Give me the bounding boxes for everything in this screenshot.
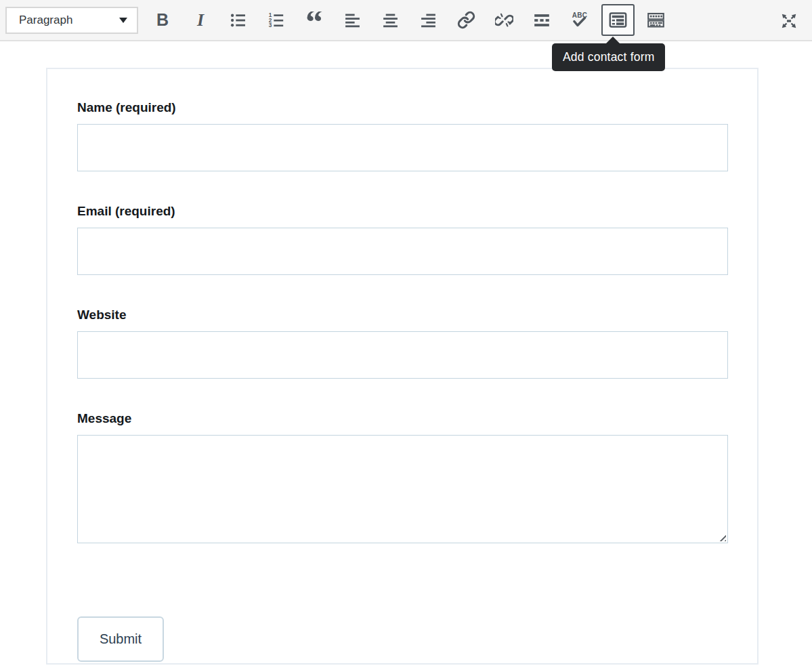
align-left-button[interactable] <box>333 5 371 35</box>
bold-icon: B <box>156 12 169 28</box>
paragraph-style-value: Paragraph <box>19 14 72 27</box>
tooltip-text: Add contact form <box>563 50 654 64</box>
contact-form-icon <box>609 11 627 29</box>
read-more-icon <box>533 12 551 29</box>
email-field-label: Email (required) <box>77 204 728 219</box>
align-right-button[interactable] <box>409 5 447 35</box>
editor-content-area: Name (required) Email (required) Website… <box>0 43 812 672</box>
link-icon <box>457 11 475 29</box>
toolbar-toggle-button[interactable] <box>637 5 675 35</box>
spellcheck-button[interactable]: ABC <box>561 5 599 35</box>
message-textarea[interactable] <box>77 435 728 543</box>
blockquote-icon: “ <box>305 12 323 29</box>
dropdown-caret-icon <box>119 18 127 23</box>
website-field-label: Website <box>77 308 728 322</box>
form-field-message: Message <box>77 411 728 543</box>
fullscreen-icon <box>779 12 798 30</box>
email-input[interactable] <box>77 228 728 275</box>
website-input[interactable] <box>77 331 728 379</box>
paragraph-style-dropdown[interactable]: Paragraph <box>5 7 138 34</box>
name-input[interactable] <box>77 124 728 171</box>
bold-button[interactable]: B <box>144 5 181 35</box>
align-left-icon <box>344 12 361 28</box>
fullscreen-button[interactable] <box>773 5 804 36</box>
numbered-list-button[interactable]: 1 2 3 <box>257 5 295 35</box>
spellcheck-icon: ABC <box>570 10 590 30</box>
italic-button[interactable]: I <box>181 5 219 35</box>
add-contact-form-tooltip: Add contact form <box>552 43 665 71</box>
add-contact-form-button[interactable] <box>601 4 635 36</box>
insert-read-more-button[interactable] <box>523 5 561 35</box>
remove-link-button[interactable] <box>485 5 523 35</box>
align-center-button[interactable] <box>371 5 409 35</box>
message-field-label: Message <box>77 411 728 426</box>
italic-icon: I <box>197 12 204 29</box>
bulleted-list-icon <box>230 12 247 29</box>
form-field-website: Website <box>77 308 728 379</box>
contact-form-preview: Name (required) Email (required) Website… <box>46 68 758 665</box>
form-field-email: Email (required) <box>77 204 728 275</box>
bulleted-list-button[interactable] <box>219 5 257 35</box>
name-field-label: Name (required) <box>77 100 728 115</box>
submit-button[interactable]: Submit <box>77 616 164 662</box>
svg-text:3: 3 <box>269 22 272 28</box>
align-right-icon <box>420 12 437 28</box>
toolbar-toggle-icon <box>647 11 665 29</box>
insert-link-button[interactable] <box>447 5 485 35</box>
editor-toolbar: Paragraph B I 1 2 3 “ <box>0 0 812 41</box>
align-center-icon <box>382 12 399 28</box>
unlink-icon <box>495 11 513 29</box>
form-field-name: Name (required) <box>77 100 728 171</box>
blockquote-button[interactable]: “ <box>295 5 333 35</box>
numbered-list-icon: 1 2 3 <box>268 12 285 29</box>
